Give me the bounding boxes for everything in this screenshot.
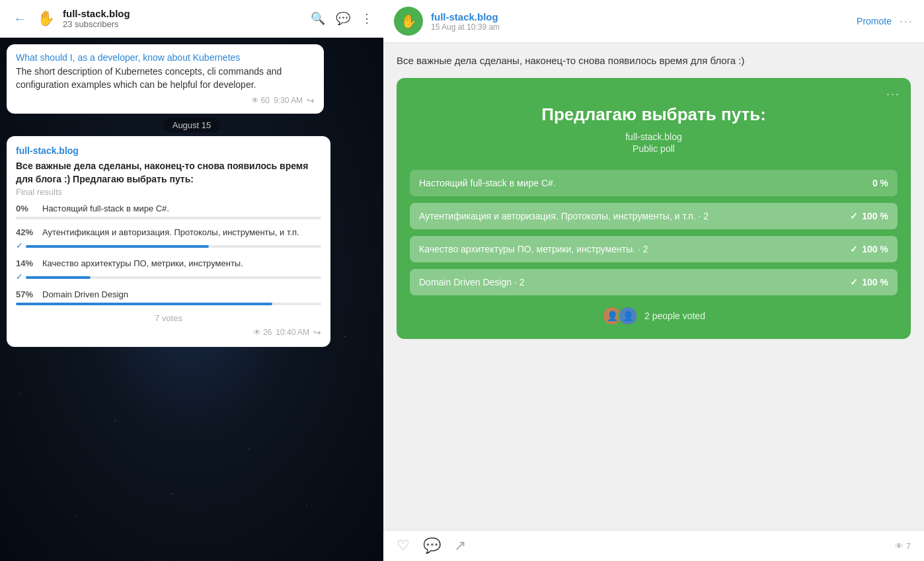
channel-avatar-right: ✋: [394, 7, 423, 36]
poll-option-right-2[interactable]: Качество архитектуры ПО, метрики, инстру…: [410, 236, 898, 262]
poll-channel-name-left: full-stack.blog: [16, 145, 321, 156]
poll-text-0: Настоящий full-stack в мире C#.: [42, 204, 169, 215]
poll-final-status: Final results: [16, 187, 321, 197]
poll-title-left: Все важные дела сделаны, наконец-то снов…: [16, 160, 321, 186]
voter-avatars: 👤 👤: [602, 306, 638, 326]
share-icon[interactable]: ↗: [454, 537, 466, 554]
chat-icon[interactable]: 💬: [336, 11, 350, 26]
poll-option-right-3[interactable]: Domain Driven Design · 2 ✓ 100 %: [410, 269, 898, 295]
promote-button[interactable]: Promote: [857, 16, 892, 26]
hand-icon-right: ✋: [401, 13, 417, 29]
comment-icon[interactable]: 💬: [423, 537, 441, 554]
right-header-actions: Promote ···: [857, 15, 913, 28]
kubernetes-link[interactable]: What should I, as a developer, know abou…: [16, 52, 315, 63]
poll-card-channel: full-stack.blog: [410, 131, 898, 142]
poll-option-text-right-3: Domain Driven Design · 2: [419, 277, 850, 287]
message-views-right: 👁 7: [895, 541, 911, 551]
poll-pct-1: 42%: [16, 227, 37, 237]
poll-pct-3: 57%: [16, 289, 37, 299]
check-icon-right-3: ✓: [850, 277, 858, 287]
poll-option-2: 14% Качество архитектуры ПО, метрики, ин…: [16, 258, 321, 281]
poll-forward-icon[interactable]: ↪: [313, 327, 321, 338]
right-channel-info: full-stack.blog 15 Aug at 10:39 am: [431, 11, 849, 32]
header-menu-icon[interactable]: ···: [900, 15, 913, 28]
poll-option-pct-right-3: ✓ 100 %: [850, 277, 888, 287]
left-header: ← ✋ full-stack.blog 23 subscribers 🔍 💬 ⋮: [0, 0, 383, 38]
like-icon[interactable]: ♡: [397, 537, 410, 554]
check-icon-2: ✓: [16, 272, 23, 281]
poll-option-3: 57% Domain Driven Design: [16, 289, 321, 305]
kubernetes-message: What should I, as a developer, know abou…: [7, 44, 324, 114]
forward-icon[interactable]: ↪: [307, 95, 315, 106]
poll-text-3: Domain Driven Design: [42, 289, 128, 301]
poll-option-text-right-1: Аутентификация и авторизация. Протоколы,…: [419, 211, 850, 221]
poll-card-title: Предлагаю выбрать путь:: [410, 104, 898, 125]
poll-option-0: 0% Настоящий full-stack в мире C#.: [16, 204, 321, 219]
poll-option-pct-right-1: ✓ 100 %: [850, 211, 888, 221]
voted-text: 2 people voted: [644, 311, 705, 321]
right-content: Все важные дела сделаны, наконец-то снов…: [383, 43, 924, 530]
poll-meta: 👁 26 10:40 AM ↪: [16, 327, 321, 338]
poll-views: 👁 26: [253, 328, 272, 337]
poll-card-menu-icon[interactable]: ···: [886, 87, 900, 101]
poll-option-text-right-0: Настоящий full-stack в мире C#.: [419, 178, 872, 188]
right-channel-name: full-stack.blog: [431, 11, 849, 22]
poll-pct-0: 0%: [16, 204, 37, 213]
menu-icon[interactable]: ⋮: [361, 11, 373, 26]
check-icon-1: ✓: [16, 241, 23, 250]
header-icons-left: 🔍 💬 ⋮: [311, 11, 373, 26]
poll-card-right: ··· Предлагаю выбрать путь: full-stack.b…: [397, 78, 911, 339]
back-button[interactable]: ←: [11, 9, 29, 29]
kubernetes-views: 👁 60: [251, 96, 270, 105]
voter-avatar-2: 👤: [618, 306, 638, 326]
eye-icon-poll: 👁: [253, 328, 261, 337]
check-icon-right-2: ✓: [850, 244, 858, 254]
channel-info-left: full-stack.blog 23 subscribers: [63, 8, 303, 29]
subscribers-count: 23 subscribers: [63, 19, 303, 29]
right-channel-time: 15 Aug at 10:39 am: [431, 22, 849, 32]
date-divider: August 15: [7, 119, 377, 131]
kubernetes-time: 9:30 AM: [274, 96, 303, 105]
search-icon[interactable]: 🔍: [311, 11, 325, 26]
right-panel: ✋ full-stack.blog 15 Aug at 10:39 am Pro…: [383, 0, 924, 561]
eye-icon: 👁: [251, 96, 259, 105]
poll-option-right-1[interactable]: Аутентификация и авторизация. Протоколы,…: [410, 203, 898, 229]
poll-option-right-0[interactable]: Настоящий full-stack в мире C#. 0 %: [410, 170, 898, 196]
poll-text-1: Аутентификация и авторизация. Протоколы,…: [42, 227, 299, 239]
action-bar-right: ♡ 💬 ↗ 👁 7: [383, 530, 924, 561]
poll-text-2: Качество архитектуры ПО, метрики, инстру…: [42, 258, 243, 270]
kubernetes-meta: 👁 60 9:30 AM ↪: [16, 95, 315, 106]
poll-option-1: 42% Аутентификация и авторизация. Проток…: [16, 227, 321, 250]
poll-votes-count: 7 votes: [16, 313, 321, 323]
right-intro-text: Все важные дела сделаны, наконец-то снов…: [397, 54, 911, 69]
poll-time: 10:40 AM: [276, 328, 309, 337]
channel-name-left: full-stack.blog: [63, 8, 303, 19]
poll-option-pct-right-2: ✓ 100 %: [850, 244, 888, 254]
hand-icon-left: ✋: [37, 10, 55, 27]
right-header: ✋ full-stack.blog 15 Aug at 10:39 am Pro…: [383, 0, 924, 43]
left-panel: ← ✋ full-stack.blog 23 subscribers 🔍 💬 ⋮…: [0, 0, 383, 561]
eye-icon-right: 👁: [895, 541, 904, 551]
poll-option-pct-right-0: 0 %: [872, 178, 888, 188]
check-icon-right-1: ✓: [850, 211, 858, 221]
poll-card-type: Public poll: [410, 143, 898, 154]
poll-option-text-right-2: Качество архитектуры ПО, метрики, инстру…: [419, 244, 850, 254]
left-content: What should I, as a developer, know abou…: [0, 38, 383, 561]
poll-voters: 👤 👤 2 people voted: [410, 306, 898, 326]
kubernetes-body: The short description of Kubernetes conc…: [16, 65, 315, 91]
poll-bubble-left: full-stack.blog Все важные дела сделаны,…: [7, 136, 330, 347]
poll-pct-2: 14%: [16, 258, 37, 268]
